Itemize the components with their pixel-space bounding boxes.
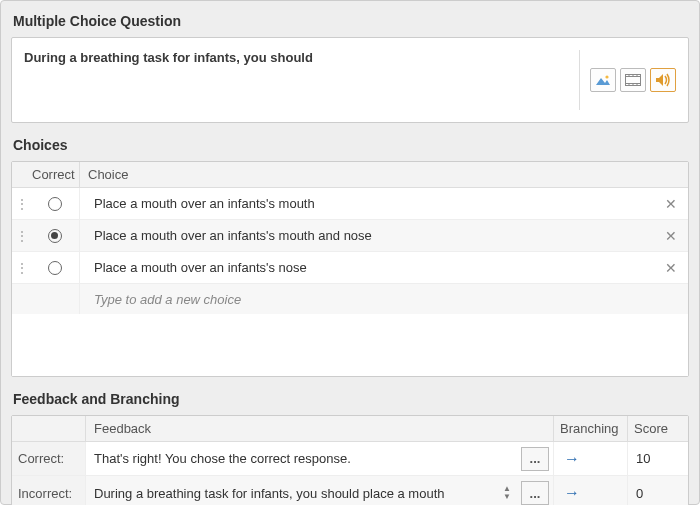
svg-point-2	[605, 75, 608, 78]
feedback-more-button[interactable]: ...	[521, 447, 549, 471]
section-title-question: Multiple Choice Question	[13, 13, 689, 29]
choices-header-row: Correct Choice	[12, 162, 688, 188]
choice-text[interactable]: Place a mouth over an infants's mouth an…	[80, 228, 654, 243]
branching-arrow-icon[interactable]: →	[564, 450, 580, 468]
drag-handle-icon[interactable]: ⋮	[12, 228, 30, 244]
new-choice-row[interactable]: Type to add a new choice	[12, 284, 688, 314]
question-text[interactable]: During a breathing task for infants, you…	[24, 50, 579, 65]
correct-radio[interactable]	[30, 220, 80, 251]
choice-row: ⋮ Place a mouth over an infants's nose ✕	[12, 252, 688, 284]
svg-marker-1	[596, 78, 610, 85]
choice-text[interactable]: Place a mouth over an infants's nose	[80, 260, 654, 275]
correct-radio[interactable]	[30, 252, 80, 283]
svg-rect-4	[626, 77, 641, 84]
feedback-label: Incorrect:	[12, 476, 86, 505]
section-title-feedback: Feedback and Branching	[13, 391, 689, 407]
image-icon	[595, 74, 611, 86]
branching-arrow-icon[interactable]: →	[564, 484, 580, 502]
feedback-label: Correct:	[12, 442, 86, 475]
choices-table: Correct Choice ⋮ Place a mouth over an i…	[11, 161, 689, 377]
section-title-choices: Choices	[13, 137, 689, 153]
choices-header-choice: Choice	[80, 167, 688, 182]
feedback-scroll-spinner[interactable]: ▲ ▼	[503, 485, 517, 501]
question-box: During a breathing task for infants, you…	[11, 37, 689, 123]
drag-handle-icon[interactable]: ⋮	[12, 260, 30, 276]
choices-empty-space	[12, 314, 688, 376]
insert-image-button[interactable]	[590, 68, 616, 92]
choices-wrap: Correct Choice ⋮ Place a mouth over an i…	[11, 161, 689, 377]
insert-audio-button[interactable]	[650, 68, 676, 92]
delete-choice-button[interactable]: ✕	[654, 260, 688, 276]
choices-header-correct: Correct	[30, 162, 80, 187]
new-choice-placeholder: Type to add a new choice	[80, 292, 241, 307]
correct-radio[interactable]	[30, 188, 80, 219]
feedback-table: Feedback Branching Score Correct: That's…	[11, 415, 689, 505]
feedback-row-incorrect: Incorrect: During a breathing task for i…	[12, 476, 688, 505]
drag-handle-icon[interactable]: ⋮	[12, 196, 30, 212]
feedback-text[interactable]: That's right! You chose the correct resp…	[94, 451, 517, 466]
insert-video-button[interactable]	[620, 68, 646, 92]
feedback-header-branching: Branching	[554, 416, 628, 441]
feedback-header-score: Score	[628, 416, 688, 441]
feedback-more-button[interactable]: ...	[521, 481, 549, 505]
audio-icon	[655, 73, 671, 87]
choice-row: ⋮ Place a mouth over an infants's mouth …	[12, 220, 688, 252]
feedback-row-correct: Correct: That's right! You chose the cor…	[12, 442, 688, 476]
delete-choice-button[interactable]: ✕	[654, 196, 688, 212]
feedback-header-row: Feedback Branching Score	[12, 416, 688, 442]
chevron-down-icon[interactable]: ▼	[503, 493, 517, 501]
video-icon	[625, 74, 641, 86]
score-value[interactable]: 0	[628, 476, 688, 505]
feedback-header-feedback: Feedback	[86, 416, 554, 441]
score-value[interactable]: 10	[628, 442, 688, 475]
media-buttons	[579, 50, 676, 110]
choice-text[interactable]: Place a mouth over an infants's mouth	[80, 196, 654, 211]
delete-choice-button[interactable]: ✕	[654, 228, 688, 244]
choice-row: ⋮ Place a mouth over an infants's mouth …	[12, 188, 688, 220]
feedback-text[interactable]: During a breathing task for infants, you…	[94, 486, 499, 501]
svg-marker-11	[656, 74, 663, 86]
editor-panel: Multiple Choice Question During a breath…	[0, 0, 700, 505]
